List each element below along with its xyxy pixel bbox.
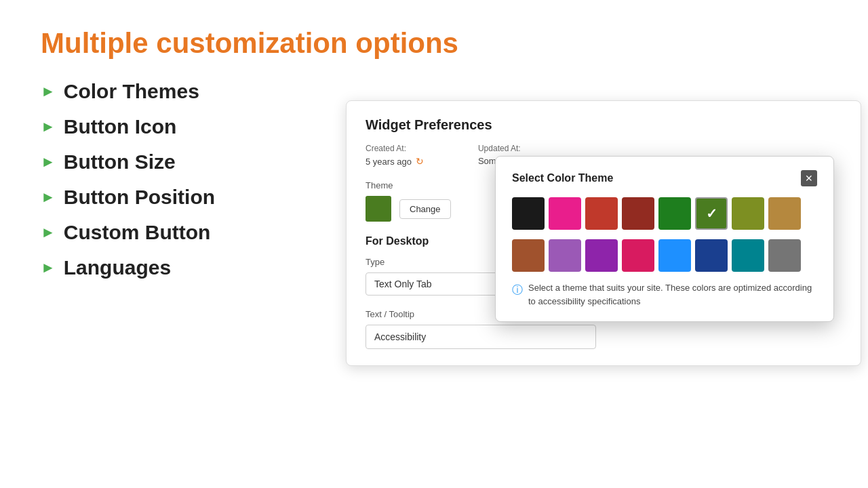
color-swatch-red[interactable] bbox=[585, 197, 618, 230]
color-swatch-tan[interactable] bbox=[768, 197, 801, 230]
updated-label: Updated At: bbox=[478, 144, 541, 153]
change-theme-button[interactable]: Change bbox=[399, 199, 451, 219]
color-swatch-black[interactable] bbox=[512, 197, 545, 230]
bullet-arrow-icon: ► bbox=[41, 224, 56, 241]
bullet-arrow-icon: ► bbox=[41, 153, 56, 171]
theme-color-preview bbox=[366, 196, 391, 222]
modal-header: Select Color Theme ✕ bbox=[512, 170, 817, 186]
color-swatch-brown[interactable] bbox=[512, 239, 545, 272]
info-icon: ⓘ bbox=[512, 282, 523, 298]
color-swatch-purple[interactable] bbox=[585, 239, 618, 272]
refresh-icon[interactable]: ↻ bbox=[416, 156, 424, 167]
color-swatch-yellow-green[interactable] bbox=[732, 197, 764, 230]
color-swatch-light-blue[interactable] bbox=[658, 239, 691, 272]
color-grid-row1: ✓ bbox=[512, 197, 817, 230]
bullet-arrow-icon: ► bbox=[41, 259, 56, 277]
modal-title: Select Color Theme bbox=[512, 172, 613, 184]
color-swatch-teal[interactable] bbox=[732, 239, 764, 272]
color-theme-modal: Select Color Theme ✕ ✓ ⓘ Select a theme … bbox=[495, 156, 834, 322]
close-modal-button[interactable]: ✕ bbox=[801, 170, 817, 186]
color-grid-row2 bbox=[512, 239, 817, 272]
color-swatch-olive-green[interactable]: ✓ bbox=[695, 197, 728, 230]
list-item-color-themes: ► Color Themes bbox=[41, 80, 827, 103]
modal-info: ⓘ Select a theme that suits your site. T… bbox=[512, 281, 817, 308]
color-swatch-dark-green[interactable] bbox=[658, 197, 691, 230]
color-swatch-dark-red[interactable] bbox=[622, 197, 654, 230]
color-swatch-gray[interactable] bbox=[768, 239, 801, 272]
modal-info-text: Select a theme that suits your site. The… bbox=[528, 281, 817, 308]
bullet-arrow-icon: ► bbox=[41, 118, 56, 136]
widget-title: Widget Preferences bbox=[366, 117, 842, 133]
color-swatch-pink[interactable] bbox=[549, 197, 581, 230]
type-dropdown[interactable]: Text Only Tab ▼ bbox=[366, 272, 515, 296]
color-swatch-light-purple[interactable] bbox=[549, 239, 581, 272]
created-at-section: Created At: 5 years ago ↻ bbox=[366, 144, 424, 167]
page-title: Multiple customization options bbox=[41, 27, 827, 60]
bullet-arrow-icon: ► bbox=[41, 188, 56, 206]
color-swatch-dark-blue[interactable] bbox=[695, 239, 728, 272]
main-content: Multiple customization options ► Color T… bbox=[0, 0, 868, 319]
color-swatch-hot-pink[interactable] bbox=[622, 239, 654, 272]
created-value: 5 years ago ↻ bbox=[366, 156, 424, 167]
created-label: Created At: bbox=[366, 144, 424, 153]
bullet-arrow-icon: ► bbox=[41, 83, 56, 100]
tooltip-input[interactable] bbox=[366, 325, 596, 349]
